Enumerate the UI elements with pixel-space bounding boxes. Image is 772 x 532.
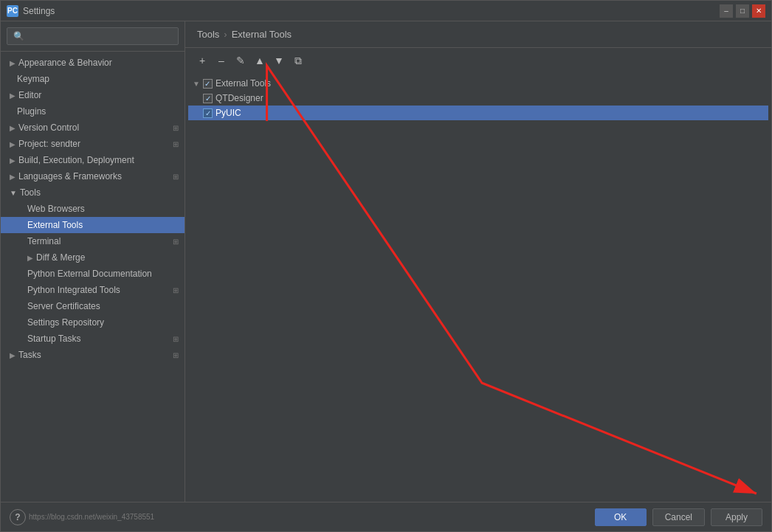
sidebar-item-diff-merge[interactable]: ▶ Diff & Merge <box>1 249 185 266</box>
close-button[interactable]: ✕ <box>752 4 765 18</box>
edit-tool-button[interactable]: ✎ <box>232 52 249 69</box>
sidebar-item-editor[interactable]: ▶ Editor <box>1 87 185 103</box>
checkbox-pyuic[interactable]: ✓ <box>203 108 213 118</box>
external-link-icon: ⊞ <box>173 238 179 246</box>
sidebar-item-label: Tools <box>20 187 41 198</box>
bottom-bar: ? https://blog.csdn.net/weixin_43758551 … <box>1 502 771 531</box>
sidebar-item-label: Diff & Merge <box>36 252 85 263</box>
checkbox-external-tools[interactable]: ✓ <box>203 79 213 89</box>
sidebar-item-label: Python Integrated Tools <box>27 285 120 295</box>
sidebar-item-label: Terminal <box>27 236 61 246</box>
sidebar-item-version-control[interactable]: ▶ Version Control ⊞ <box>1 120 185 136</box>
sidebar-item-label: Server Certificates <box>27 301 100 311</box>
url-display: https://blog.csdn.net/weixin_43758551 <box>26 513 157 521</box>
sidebar-item-terminal[interactable]: Terminal ⊞ <box>1 233 185 249</box>
tree-item-qtdesigner[interactable]: ✓ QTDesigner <box>188 91 768 106</box>
main-content: ▶ Appearance & Behavior Keymap ▶ Editor … <box>1 21 771 502</box>
breadcrumb-separator: › <box>224 29 227 40</box>
sidebar-item-python-int-tools[interactable]: Python Integrated Tools ⊞ <box>1 282 185 298</box>
sidebar-item-plugins[interactable]: Plugins <box>1 103 185 120</box>
remove-tool-button[interactable]: – <box>213 52 230 69</box>
sidebar-item-server-certs[interactable]: Server Certificates <box>1 298 185 314</box>
sidebar-item-project[interactable]: ▶ Project: sendter ⊞ <box>1 136 185 152</box>
sidebar: ▶ Appearance & Behavior Keymap ▶ Editor … <box>1 21 185 502</box>
search-box <box>1 21 185 52</box>
chevron-right-icon: ▶ <box>10 59 15 67</box>
action-buttons: OK Cancel Apply <box>595 508 762 526</box>
sidebar-item-label: Plugins <box>17 106 46 117</box>
chevron-down-icon: ▼ <box>193 80 200 88</box>
external-link-icon: ⊞ <box>173 173 179 181</box>
titlebar-controls: – □ ✕ <box>720 4 765 18</box>
breadcrumb: Tools › External Tools <box>185 21 771 48</box>
sidebar-item-label: Settings Repository <box>27 317 104 328</box>
sidebar-item-tasks[interactable]: ▶ Tasks ⊞ <box>1 347 185 363</box>
chevron-right-icon: ▶ <box>10 351 15 359</box>
sidebar-item-label: Project: sendter <box>18 139 80 149</box>
sidebar-item-label: Languages & Frameworks <box>18 171 122 182</box>
breadcrumb-external-tools: External Tools <box>232 29 292 40</box>
chevron-right-icon: ▶ <box>10 91 15 100</box>
chevron-right-icon: ▶ <box>10 156 15 165</box>
copy-tool-button[interactable]: ⧉ <box>290 52 306 69</box>
external-link-icon: ⊞ <box>173 335 179 343</box>
sidebar-item-web-browsers[interactable]: Web Browsers <box>1 201 185 217</box>
sidebar-item-build[interactable]: ▶ Build, Execution, Deployment <box>1 152 185 168</box>
ok-button[interactable]: OK <box>595 508 647 526</box>
search-input[interactable] <box>7 27 179 45</box>
titlebar: PC Settings – □ ✕ <box>1 1 771 21</box>
external-link-icon: ⊞ <box>173 286 179 294</box>
sidebar-item-tools[interactable]: ▼ Tools <box>1 184 185 201</box>
tree-item-pyuic[interactable]: ✓ PyUIC <box>188 106 768 120</box>
sidebar-item-label: External Tools <box>27 220 83 230</box>
tree-item-label: QTDesigner <box>216 93 263 103</box>
chevron-right-icon: ▶ <box>10 173 15 181</box>
sidebar-item-label: Version Control <box>18 122 79 133</box>
maximize-button[interactable]: □ <box>736 4 749 18</box>
sidebar-item-external-tools[interactable]: External Tools <box>1 217 185 233</box>
external-link-icon: ⊞ <box>173 124 179 132</box>
chevron-right-icon: ▶ <box>10 124 15 132</box>
sidebar-item-label: Startup Tasks <box>27 334 80 344</box>
external-link-icon: ⊞ <box>173 351 179 359</box>
tree-item-external-tools[interactable]: ▼ ✓ External Tools <box>188 76 768 91</box>
apply-button[interactable]: Apply <box>711 508 762 526</box>
sidebar-item-label: Appearance & Behavior <box>18 58 112 68</box>
settings-window: PC Settings – □ ✕ ▶ Appearance & Behavio… <box>0 0 772 532</box>
app-icon: PC <box>7 5 18 17</box>
breadcrumb-tools: Tools <box>197 29 219 40</box>
sidebar-item-settings-repo[interactable]: Settings Repository <box>1 314 185 331</box>
sidebar-item-label: Tasks <box>18 350 41 360</box>
chevron-right-icon: ▶ <box>10 140 15 148</box>
tree-item-label: PyUIC <box>216 108 241 118</box>
tree-item-label: External Tools <box>216 78 271 89</box>
help-button[interactable]: ? <box>10 509 26 525</box>
move-down-button[interactable]: ▼ <box>271 52 287 69</box>
sidebar-item-languages[interactable]: ▶ Languages & Frameworks ⊞ <box>1 168 185 184</box>
chevron-right-icon: ▶ <box>27 254 33 262</box>
sidebar-item-startup-tasks[interactable]: Startup Tasks ⊞ <box>1 331 185 347</box>
chevron-down-icon: ▼ <box>10 189 17 197</box>
sidebar-item-appearance[interactable]: ▶ Appearance & Behavior <box>1 55 185 71</box>
sidebar-item-label: Python External Documentation <box>27 269 152 279</box>
sidebar-item-python-ext-docs[interactable]: Python External Documentation <box>1 266 185 282</box>
add-tool-button[interactable]: + <box>194 52 210 69</box>
sidebar-item-label: Editor <box>18 90 41 100</box>
cancel-button[interactable]: Cancel <box>652 508 705 526</box>
sidebar-item-label: Build, Execution, Deployment <box>18 155 134 165</box>
minimize-button[interactable]: – <box>720 4 733 18</box>
external-tools-tree: ▼ ✓ External Tools ✓ QTDesigner ✓ PyUIC <box>185 73 771 502</box>
sidebar-item-keymap[interactable]: Keymap <box>1 71 185 87</box>
sidebar-nav: ▶ Appearance & Behavior Keymap ▶ Editor … <box>1 52 185 502</box>
external-link-icon: ⊞ <box>173 140 179 148</box>
checkbox-qtdesigner[interactable]: ✓ <box>203 94 213 103</box>
window-title: Settings <box>23 6 720 16</box>
sidebar-item-label: Keymap <box>17 74 49 84</box>
tools-toolbar: + – ✎ ▲ ▼ ⧉ <box>185 48 771 73</box>
move-up-button[interactable]: ▲ <box>252 52 268 69</box>
sidebar-item-label: Web Browsers <box>27 204 85 214</box>
main-panel: Tools › External Tools + – ✎ ▲ ▼ ⧉ ▼ ✓ E… <box>185 21 771 502</box>
